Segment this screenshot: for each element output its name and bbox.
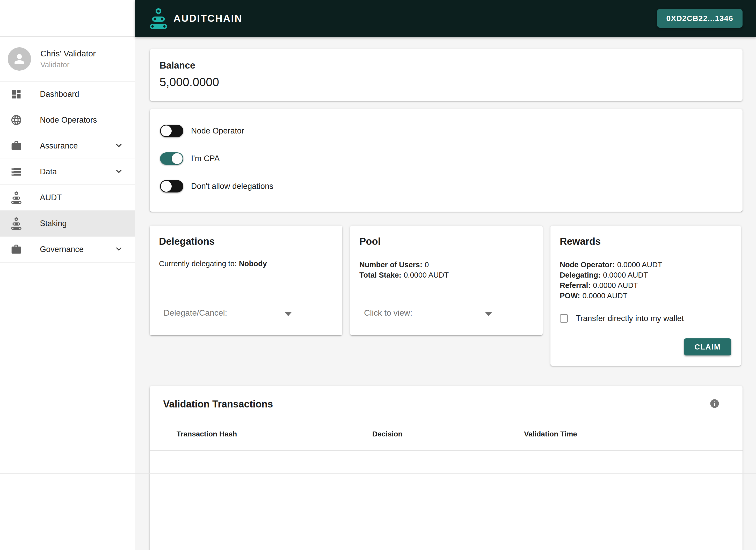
briefcase-icon [10, 244, 22, 255]
stat-value: 0.0000 AUDT [603, 271, 648, 279]
transactions-header-row: Validation Transactions [150, 398, 743, 410]
toggle-knob [161, 181, 172, 192]
stat-label: Total Stake: [359, 271, 401, 279]
chevron-down-icon [113, 140, 124, 152]
pool-card: Pool Number of Users:0 Total Stake:0.000… [350, 226, 543, 335]
stat-label: Number of Users: [359, 261, 422, 269]
dashboard-icon [10, 88, 22, 100]
stat-value: 0.0000 AUDT [593, 281, 638, 289]
delegating-value: Nobody [239, 260, 267, 268]
sidebar-top-spacer [0, 0, 135, 37]
toggle-knob [161, 126, 172, 136]
reward-stat-pow: POW:0.0000 AUDT [560, 290, 732, 301]
chevron-down-icon [113, 166, 124, 178]
auditchain-icon [10, 218, 22, 230]
brand: AUDITCHAIN [149, 8, 242, 29]
balance-title: Balance [159, 60, 733, 71]
reward-stat-node-operator: Node Operator:0.0000 AUDT [560, 260, 732, 270]
select-placeholder: Delegate/Cancel: [164, 308, 227, 318]
pool-stat-users: Number of Users:0 [359, 260, 533, 270]
rewards-stats: Node Operator:0.0000 AUDT Delegating:0.0… [560, 260, 732, 301]
node-operator-toggle[interactable] [160, 125, 183, 137]
dropdown-arrow-icon [485, 312, 492, 316]
claim-button[interactable]: CLAIM [684, 338, 731, 355]
rewards-card: Rewards Node Operator:0.0000 AUDT Delega… [550, 226, 741, 366]
user-text: Chris' Validator Validator [40, 49, 96, 69]
stat-value: 0 [425, 261, 429, 269]
user-name: Chris' Validator [40, 49, 96, 59]
sidebar-item-label: Node Operators [40, 115, 97, 125]
pool-title: Pool [359, 236, 533, 247]
auditchain-logo-icon [149, 8, 168, 29]
column-header-decision: Decision [372, 430, 524, 438]
person-icon [12, 52, 27, 66]
avatar [8, 47, 31, 71]
balance-card: Balance 5,000.0000 [150, 49, 743, 101]
sidebar-item-label: Governance [40, 245, 84, 254]
im-cpa-toggle[interactable] [160, 152, 183, 165]
column-header-transaction-hash: Transaction Hash [177, 430, 372, 438]
sidebar-item-node-operators[interactable]: Node Operators [0, 107, 135, 133]
pool-view-select[interactable]: Click to view: [364, 308, 492, 322]
sidebar-item-dashboard[interactable]: Dashboard [0, 82, 135, 107]
chevron-down-icon [113, 244, 124, 255]
rewards-title: Rewards [560, 236, 732, 247]
transactions-table-header: Transaction Hash Decision Validation Tim… [150, 430, 743, 451]
transfer-checkbox-row: Transfer directly into my wallet [560, 314, 732, 323]
reward-stat-delegating: Delegating:0.0000 AUDT [560, 270, 732, 280]
globe-icon [10, 114, 22, 126]
dont-allow-delegations-toggle[interactable] [160, 180, 183, 193]
transfer-wallet-checkbox-label: Transfer directly into my wallet [576, 314, 684, 323]
stat-label: Delegating: [560, 271, 601, 279]
toggle-label: Don't allow delegations [191, 182, 273, 191]
stat-label: Node Operator: [560, 261, 615, 269]
toggle-label: Node Operator [191, 126, 244, 136]
column-header-validation-time: Validation Time [524, 430, 743, 438]
main-content: Balance 5,000.0000 Node Operator I'm CPA… [135, 37, 756, 550]
sidebar-item-staking[interactable]: Staking [0, 211, 135, 237]
page-divider [0, 473, 756, 474]
im-cpa-toggle-row: I'm CPA [160, 152, 732, 165]
delegations-card: Delegations Currently delegating to:Nobo… [150, 226, 342, 335]
sidebar-item-audt[interactable]: AUDT [0, 185, 135, 211]
transfer-wallet-checkbox[interactable] [560, 314, 568, 322]
stat-value: 0.0000 AUDT [404, 271, 449, 279]
select-placeholder: Click to view: [364, 308, 412, 318]
wallet-address-button[interactable]: 0XD2CB22...1346 [657, 9, 743, 28]
sidebar-item-label: Data [40, 167, 57, 177]
brand-name: AUDITCHAIN [173, 13, 242, 24]
reward-stat-referral: Referral:0.0000 AUDT [560, 280, 732, 290]
briefcase-icon [10, 140, 22, 152]
app-header: AUDITCHAIN 0XD2CB22...1346 [135, 0, 756, 37]
sidebar-item-label: Staking [40, 219, 67, 228]
settings-card: Node Operator I'm CPA Don't allow delega… [150, 109, 743, 212]
delegating-line: Currently delegating to:Nobody [159, 260, 333, 268]
delegating-label: Currently delegating to: [159, 260, 237, 268]
node-operator-toggle-row: Node Operator [160, 125, 732, 137]
info-icon[interactable] [709, 398, 720, 410]
toggle-knob [172, 153, 183, 164]
auditchain-icon [10, 192, 22, 204]
pool-stat-total-stake: Total Stake:0.0000 AUDT [359, 270, 533, 280]
balance-value: 5,000.0000 [159, 75, 733, 89]
sidebar-item-governance[interactable]: Governance [0, 237, 135, 263]
sidebar-item-label: Assurance [40, 141, 78, 151]
validation-transactions-card: Validation Transactions Transaction Hash… [150, 386, 743, 550]
user-role: Validator [40, 61, 96, 69]
transactions-title: Validation Transactions [163, 399, 273, 410]
sidebar-item-data[interactable]: Data [0, 159, 135, 185]
dropdown-arrow-icon [285, 312, 292, 316]
stat-value: 0.0000 AUDT [582, 291, 627, 300]
sidebar-item-assurance[interactable]: Assurance [0, 133, 135, 159]
sidebar-item-label: AUDT [40, 193, 62, 202]
stat-label: Referral: [560, 281, 591, 289]
delegate-cancel-select[interactable]: Delegate/Cancel: [164, 308, 292, 322]
toggle-label: I'm CPA [191, 154, 220, 163]
sidebar-item-label: Dashboard [40, 90, 79, 99]
user-profile: Chris' Validator Validator [0, 37, 135, 82]
stat-value: 0.0000 AUDT [617, 261, 662, 269]
stat-label: POW: [560, 291, 580, 300]
dont-allow-delegations-toggle-row: Don't allow delegations [160, 180, 732, 193]
cards-row: Delegations Currently delegating to:Nobo… [150, 226, 743, 366]
delegations-title: Delegations [159, 236, 333, 247]
